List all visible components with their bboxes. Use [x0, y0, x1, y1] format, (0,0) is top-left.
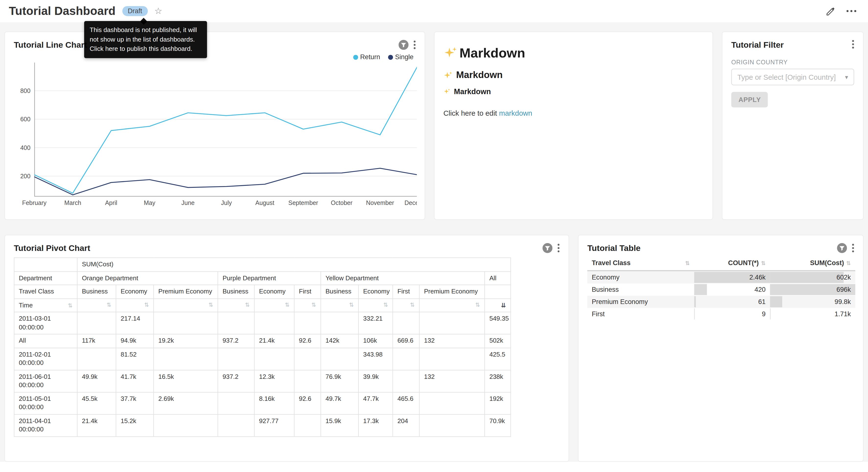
pivot-value-cell: 927.77 [254, 414, 294, 437]
pivot-value-cell [254, 348, 294, 370]
select-placeholder: Type or Select [Origin Country] [738, 73, 836, 81]
kebab-menu-icon[interactable] [852, 243, 854, 253]
pivot-row: 2011-06-01 00:00:0049.9k41.7k16.5k937.21… [14, 370, 511, 392]
draft-status-badge[interactable]: Draft [122, 6, 148, 16]
pivot-row: 2011-04-01 00:00:0021.4k15.2k927.7715.9k… [14, 414, 511, 437]
favorite-star-icon[interactable]: ☆ [154, 7, 162, 16]
svg-text:800: 800 [20, 87, 31, 94]
pivot-row: 2011-02-01 00:00:0081.52343.98425.5 [14, 348, 511, 370]
pivot-value-cell: 937.2 [218, 370, 254, 392]
pivot-value-cell [393, 348, 419, 370]
sort-icon[interactable]: ⇅ [311, 301, 316, 308]
pivot-value-cell [218, 312, 254, 334]
kebab-menu-icon[interactable] [557, 243, 560, 253]
sort-icon[interactable]: ⇅ [761, 260, 766, 266]
legend-item-return[interactable]: Return [353, 53, 380, 61]
markdown-card: Markdown Markdown Markdown Click here to… [434, 32, 713, 220]
svg-text:600: 600 [20, 116, 31, 122]
pivot-value-cell [419, 348, 485, 370]
line-chart-card: Tutorial Line Chart ReturnSingle 2004006… [4, 32, 425, 220]
pivot-value-cell [154, 348, 218, 370]
svg-text:200: 200 [20, 173, 31, 179]
pivot-class-header: Premium Economy [154, 285, 218, 299]
origin-country-select[interactable]: Type or Select [Origin Country] ▾ [731, 69, 854, 85]
pivot-value-cell: 343.98 [359, 348, 393, 370]
apply-button[interactable]: APPLY [731, 92, 768, 107]
sum-cell: 99.8k [770, 296, 855, 308]
sort-icon[interactable]: ⇅ [68, 301, 73, 308]
travel-class-cell: Premium Economy [587, 296, 694, 308]
count-cell: 2.46k [694, 271, 770, 284]
pivot-time-cell: 2011-02-01 00:00:00 [14, 348, 77, 370]
pivot-class-header: Business [321, 285, 359, 299]
filter-icon[interactable] [542, 243, 553, 253]
pivot-value-cell: 76.9k [321, 370, 359, 392]
sort-icon[interactable]: ⇅ [410, 301, 415, 308]
sort-icon[interactable]: ⇅ [144, 301, 149, 308]
pivot-value-cell: 937.2 [218, 334, 254, 348]
sort-icon[interactable]: ⇅ [349, 301, 354, 308]
pivot-value-cell [154, 312, 218, 334]
sort-desc-icon[interactable]: ⇊ [501, 301, 506, 309]
pivot-department-header: Orange Department [77, 271, 218, 285]
edit-markdown-link[interactable]: markdown [499, 109, 532, 117]
sort-icon[interactable]: ⇅ [245, 301, 250, 308]
markdown-heading-3: Markdown [443, 88, 704, 96]
table-row: Premium Economy6199.8k [587, 296, 855, 308]
legend-dot-icon [388, 55, 393, 59]
table-row: Economy2.46k602k [587, 271, 855, 284]
column-header-travel-class[interactable]: Travel Class⇅ [587, 256, 694, 271]
svg-text:May: May [144, 199, 156, 206]
value-bar [694, 284, 707, 295]
table-row: Business420696k [587, 284, 855, 296]
pivot-value-cell: 21.4k [77, 414, 116, 437]
filter-icon[interactable] [399, 40, 409, 50]
travel-class-cell: First [587, 308, 694, 320]
filter-card: Tutorial Filter ORIGIN COUNTRY Type or S… [722, 32, 864, 220]
unpublished-tooltip[interactable]: This dashboard is not published, it will… [84, 21, 207, 58]
page-title: Tutorial Dashboard [9, 4, 115, 18]
pivot-value-cell: 425.5 [485, 348, 511, 370]
sort-icon[interactable]: ⇅ [846, 260, 851, 266]
column-header-count[interactable]: COUNT(*)⇅ [694, 256, 770, 271]
pivot-value-cell: 92.6 [294, 334, 321, 348]
pivot-value-cell: 92.6 [294, 392, 321, 414]
travel-class-table: Travel Class⇅COUNT(*)⇅SUM(Cost)⇅Economy2… [587, 256, 855, 320]
pivot-value-cell: 132 [419, 370, 485, 392]
sum-cell: 696k [770, 284, 855, 296]
pivot-row: All117k94.9k19.2k937.221.4k92.6142k106k6… [14, 334, 511, 348]
pivot-value-cell [294, 348, 321, 370]
sort-icon[interactable]: ⇅ [106, 301, 111, 308]
sort-icon[interactable]: ⇅ [209, 301, 213, 308]
pivot-time-cell: 2011-06-01 00:00:00 [14, 370, 77, 392]
pivot-value-cell: 17.3k [359, 414, 393, 437]
dashboard-viewport: Tutorial Dashboard Draft ☆ This dashboar… [0, 0, 868, 472]
pivot-value-cell: 45.5k [77, 392, 116, 414]
line-chart-canvas: 200400600800FebruaryMarchAprilMayJuneJul… [14, 62, 416, 211]
pivot-value-cell: 47.7k [359, 392, 393, 414]
sort-icon[interactable]: ⇅ [475, 301, 480, 308]
pivot-value-cell: 94.9k [116, 334, 154, 348]
edit-pencil-icon[interactable] [826, 6, 836, 17]
sum-cell: 1.71k [770, 308, 855, 320]
table-card: Tutorial Table Travel Class⇅COUNT(*)⇅SUM… [578, 235, 864, 462]
more-menu-icon[interactable] [846, 9, 857, 13]
svg-text:April: April [105, 199, 117, 206]
pivot-value-cell: 117k [77, 334, 116, 348]
count-cell: 420 [694, 284, 770, 296]
sort-icon[interactable]: ⇅ [383, 301, 388, 308]
value-bar [694, 308, 694, 319]
column-header-sum-cost[interactable]: SUM(Cost)⇅ [770, 256, 855, 271]
origin-country-label: ORIGIN COUNTRY [731, 59, 854, 65]
kebab-menu-icon[interactable] [852, 40, 854, 49]
pivot-table-container: SUM(Cost)DepartmentOrange DepartmentPurp… [14, 258, 560, 437]
filter-icon[interactable] [837, 243, 847, 253]
pivot-measure-label: SUM(Cost) [77, 258, 511, 271]
sort-icon[interactable]: ⇅ [685, 260, 690, 266]
pivot-value-cell [294, 414, 321, 437]
markdown-heading-2: Markdown [443, 70, 704, 81]
sort-icon[interactable]: ⇅ [285, 301, 289, 308]
data-table-container: Travel Class⇅COUNT(*)⇅SUM(Cost)⇅Economy2… [587, 256, 854, 320]
legend-item-single[interactable]: Single [388, 53, 413, 61]
kebab-menu-icon[interactable] [413, 40, 416, 49]
